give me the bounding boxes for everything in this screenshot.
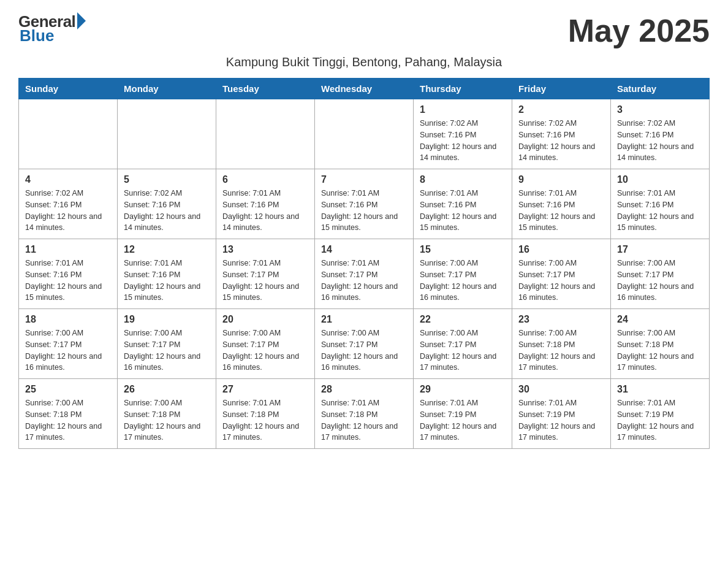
day-info: Sunrise: 7:02 AM Sunset: 7:16 PM Dayligh… (124, 188, 210, 234)
calendar-cell: 9Sunrise: 7:01 AM Sunset: 7:16 PM Daylig… (512, 169, 611, 239)
calendar-cell: 18Sunrise: 7:00 AM Sunset: 7:17 PM Dayli… (19, 309, 118, 379)
day-number: 12 (124, 244, 210, 255)
calendar-cell: 21Sunrise: 7:00 AM Sunset: 7:17 PM Dayli… (315, 309, 414, 379)
calendar-header-tuesday: Tuesday (216, 79, 315, 99)
calendar-header-friday: Friday (512, 79, 611, 99)
day-info: Sunrise: 7:00 AM Sunset: 7:17 PM Dayligh… (124, 327, 210, 373)
calendar-cell: 6Sunrise: 7:01 AM Sunset: 7:16 PM Daylig… (216, 169, 315, 239)
calendar-cell: 28Sunrise: 7:01 AM Sunset: 7:18 PM Dayli… (315, 379, 414, 449)
day-info: Sunrise: 7:01 AM Sunset: 7:18 PM Dayligh… (321, 397, 407, 443)
day-number: 13 (222, 244, 308, 255)
day-info: Sunrise: 7:01 AM Sunset: 7:19 PM Dayligh… (617, 397, 703, 443)
day-info: Sunrise: 7:00 AM Sunset: 7:17 PM Dayligh… (518, 258, 604, 304)
calendar-cell: 1Sunrise: 7:02 AM Sunset: 7:16 PM Daylig… (414, 99, 512, 169)
day-info: Sunrise: 7:02 AM Sunset: 7:16 PM Dayligh… (25, 188, 111, 234)
day-number: 14 (321, 244, 407, 255)
day-info: Sunrise: 7:01 AM Sunset: 7:16 PM Dayligh… (124, 258, 210, 304)
subtitle: Kampung Bukit Tinggi, Bentong, Pahang, M… (18, 55, 710, 69)
calendar-header-wednesday: Wednesday (315, 79, 414, 99)
day-info: Sunrise: 7:01 AM Sunset: 7:16 PM Dayligh… (321, 188, 407, 234)
day-number: 18 (25, 314, 111, 325)
day-number: 31 (617, 384, 703, 395)
day-number: 26 (124, 384, 210, 395)
day-info: Sunrise: 7:00 AM Sunset: 7:18 PM Dayligh… (124, 397, 210, 443)
day-number: 3 (617, 104, 703, 115)
calendar-cell: 11Sunrise: 7:01 AM Sunset: 7:16 PM Dayli… (19, 239, 118, 309)
calendar-cell: 16Sunrise: 7:00 AM Sunset: 7:17 PM Dayli… (512, 239, 611, 309)
calendar-week-row: 1Sunrise: 7:02 AM Sunset: 7:16 PM Daylig… (19, 99, 710, 169)
calendar-cell: 3Sunrise: 7:02 AM Sunset: 7:16 PM Daylig… (611, 99, 710, 169)
day-info: Sunrise: 7:01 AM Sunset: 7:17 PM Dayligh… (321, 258, 407, 304)
calendar-cell (19, 99, 118, 169)
day-number: 25 (25, 384, 111, 395)
day-info: Sunrise: 7:00 AM Sunset: 7:18 PM Dayligh… (518, 327, 604, 373)
day-info: Sunrise: 7:00 AM Sunset: 7:17 PM Dayligh… (420, 327, 506, 373)
calendar-cell: 10Sunrise: 7:01 AM Sunset: 7:16 PM Dayli… (611, 169, 710, 239)
day-info: Sunrise: 7:01 AM Sunset: 7:19 PM Dayligh… (518, 397, 604, 443)
day-number: 21 (321, 314, 407, 325)
day-info: Sunrise: 7:01 AM Sunset: 7:17 PM Dayligh… (222, 258, 308, 304)
calendar-cell: 24Sunrise: 7:00 AM Sunset: 7:18 PM Dayli… (611, 309, 710, 379)
logo-triangle-icon (77, 12, 86, 29)
day-number: 24 (617, 314, 703, 325)
day-info: Sunrise: 7:00 AM Sunset: 7:18 PM Dayligh… (617, 327, 703, 373)
day-number: 22 (420, 314, 506, 325)
calendar-cell: 4Sunrise: 7:02 AM Sunset: 7:16 PM Daylig… (19, 169, 118, 239)
calendar-cell: 2Sunrise: 7:02 AM Sunset: 7:16 PM Daylig… (512, 99, 611, 169)
day-info: Sunrise: 7:01 AM Sunset: 7:16 PM Dayligh… (222, 188, 308, 234)
day-number: 11 (25, 244, 111, 255)
day-number: 23 (518, 314, 604, 325)
day-info: Sunrise: 7:00 AM Sunset: 7:17 PM Dayligh… (617, 258, 703, 304)
calendar-header-saturday: Saturday (611, 79, 710, 99)
day-info: Sunrise: 7:00 AM Sunset: 7:17 PM Dayligh… (222, 327, 308, 373)
day-number: 15 (420, 244, 506, 255)
day-info: Sunrise: 7:00 AM Sunset: 7:17 PM Dayligh… (420, 258, 506, 304)
calendar-cell: 30Sunrise: 7:01 AM Sunset: 7:19 PM Dayli… (512, 379, 611, 449)
calendar-cell: 12Sunrise: 7:01 AM Sunset: 7:16 PM Dayli… (118, 239, 216, 309)
day-number: 19 (124, 314, 210, 325)
day-info: Sunrise: 7:01 AM Sunset: 7:18 PM Dayligh… (222, 397, 308, 443)
day-number: 5 (124, 174, 210, 185)
calendar-cell: 26Sunrise: 7:00 AM Sunset: 7:18 PM Dayli… (118, 379, 216, 449)
day-info: Sunrise: 7:00 AM Sunset: 7:18 PM Dayligh… (25, 397, 111, 443)
calendar-header-row: SundayMondayTuesdayWednesdayThursdayFrid… (19, 79, 710, 99)
calendar-cell (315, 99, 414, 169)
calendar-cell: 8Sunrise: 7:01 AM Sunset: 7:16 PM Daylig… (414, 169, 512, 239)
calendar-cell: 22Sunrise: 7:00 AM Sunset: 7:17 PM Dayli… (414, 309, 512, 379)
day-number: 6 (222, 174, 308, 185)
calendar-cell: 17Sunrise: 7:00 AM Sunset: 7:17 PM Dayli… (611, 239, 710, 309)
day-info: Sunrise: 7:01 AM Sunset: 7:16 PM Dayligh… (25, 258, 111, 304)
day-info: Sunrise: 7:01 AM Sunset: 7:16 PM Dayligh… (617, 188, 703, 234)
calendar-cell: 13Sunrise: 7:01 AM Sunset: 7:17 PM Dayli… (216, 239, 315, 309)
calendar-cell: 15Sunrise: 7:00 AM Sunset: 7:17 PM Dayli… (414, 239, 512, 309)
calendar-cell: 5Sunrise: 7:02 AM Sunset: 7:16 PM Daylig… (118, 169, 216, 239)
day-number: 30 (518, 384, 604, 395)
logo: General Blue (18, 12, 86, 45)
day-number: 10 (617, 174, 703, 185)
calendar-cell: 23Sunrise: 7:00 AM Sunset: 7:18 PM Dayli… (512, 309, 611, 379)
calendar-cell: 25Sunrise: 7:00 AM Sunset: 7:18 PM Dayli… (19, 379, 118, 449)
day-number: 1 (420, 104, 506, 115)
day-number: 28 (321, 384, 407, 395)
calendar-cell: 19Sunrise: 7:00 AM Sunset: 7:17 PM Dayli… (118, 309, 216, 379)
day-number: 4 (25, 174, 111, 185)
day-info: Sunrise: 7:02 AM Sunset: 7:16 PM Dayligh… (518, 118, 604, 164)
header: General Blue May 2025 (18, 12, 710, 49)
calendar-cell (118, 99, 216, 169)
day-info: Sunrise: 7:02 AM Sunset: 7:16 PM Dayligh… (617, 118, 703, 164)
calendar-cell: 27Sunrise: 7:01 AM Sunset: 7:18 PM Dayli… (216, 379, 315, 449)
calendar-cell (216, 99, 315, 169)
day-number: 20 (222, 314, 308, 325)
month-title: May 2025 (568, 12, 710, 49)
day-number: 27 (222, 384, 308, 395)
day-info: Sunrise: 7:01 AM Sunset: 7:19 PM Dayligh… (420, 397, 506, 443)
calendar-week-row: 4Sunrise: 7:02 AM Sunset: 7:16 PM Daylig… (19, 169, 710, 239)
calendar-week-row: 18Sunrise: 7:00 AM Sunset: 7:17 PM Dayli… (19, 309, 710, 379)
day-number: 17 (617, 244, 703, 255)
calendar-cell: 14Sunrise: 7:01 AM Sunset: 7:17 PM Dayli… (315, 239, 414, 309)
day-number: 7 (321, 174, 407, 185)
calendar-header-thursday: Thursday (414, 79, 512, 99)
day-info: Sunrise: 7:00 AM Sunset: 7:17 PM Dayligh… (321, 327, 407, 373)
day-number: 29 (420, 384, 506, 395)
calendar-cell: 29Sunrise: 7:01 AM Sunset: 7:19 PM Dayli… (414, 379, 512, 449)
